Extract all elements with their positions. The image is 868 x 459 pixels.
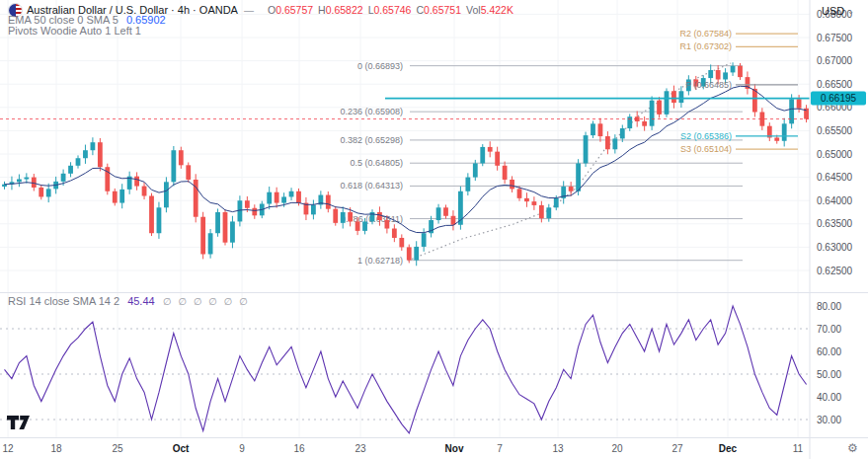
low-value: 0.65746 [374,4,412,16]
candle-body [569,187,574,191]
candle-body [68,166,73,174]
rsi-axis-label: 50.00 [817,369,841,380]
time-axis-label: 9 [239,443,245,454]
candle-body [782,123,787,140]
time-axis-label: 23 [355,443,366,454]
candle-body [443,207,448,215]
candle-body [495,152,500,166]
price-axis-label: 0.67000 [817,55,853,66]
candle-body [554,198,559,207]
candle-body [576,163,581,191]
candle-body [252,208,257,216]
time-axis-label: 7 [497,443,503,454]
volume-value: 5.422K [481,4,513,16]
candle-body [17,179,22,182]
candle-body [157,207,162,233]
candle-body [436,207,441,220]
candle-body [480,147,485,164]
rsi-axis-label: 80.00 [817,301,841,312]
candle-body [267,192,272,204]
candle-body [281,196,286,202]
candle-body [598,123,603,136]
time-axis-label: Dec [719,443,738,454]
candle-body [650,101,655,126]
rsi-axis-label: 70.00 [817,324,841,335]
candle-body [517,189,522,197]
candle-body [546,207,551,218]
price-axis-label: 0.63500 [817,218,853,229]
price-axis-label: 0.64000 [817,195,853,206]
time-axis-label: 11 [793,443,804,454]
candle-body [627,116,632,128]
candle-body [605,136,610,149]
candle-body [591,123,595,135]
candle-body [83,150,88,158]
rsi-line[interactable] [5,306,807,433]
currency-selector[interactable]: USD ⌄ [822,5,854,17]
candle-body [333,209,338,223]
candle-body [76,158,81,166]
ohlc-values: O0.65757 H0.65822 L0.65746 C0.65751 Vol5… [268,5,513,16]
candle-body [584,135,589,163]
candle-body [223,212,228,243]
candle-body [142,187,147,196]
candle-body [32,178,37,188]
time-axis-label: Nov [445,443,464,454]
candle-body [789,99,794,123]
candle-body [311,204,316,214]
high-label: H [318,4,326,16]
candle-body [797,99,802,108]
candle-body [46,189,51,196]
rsi-legend-label: RSI 14 close SMA 14 2 [8,296,119,307]
ema-line[interactable] [5,86,807,232]
candle-body [91,142,96,150]
pivot-level-label: P (0.66485) [685,80,732,90]
candle-body [348,212,353,221]
candle-body [422,233,427,247]
pivot-level-label: S3 (0.65104) [680,144,732,154]
pivot-level-label: R2 (0.67584) [679,29,732,38]
legend-collapse-icon[interactable]: — [244,5,254,16]
close-value: 0.65751 [424,4,461,16]
time-axis-label: 20 [611,443,623,454]
candle-body [679,91,684,103]
pivots-legend[interactable]: Pivots Woodie Auto 1 Left 1 [8,26,141,37]
candle-body [208,233,213,254]
open-value: 0.65757 [276,4,313,16]
chart-canvas[interactable]: 0 (0.66893)0.236 (0.65908)0.382 (0.65298… [0,0,868,459]
candle-body [326,195,331,209]
rsi-legend[interactable]: RSI 14 close SMA 14 2 45.44 ∅ ∅ ∅ ∅ ∅ ∅ [8,296,250,307]
settings-gear-icon[interactable]: ⚙ [847,441,858,455]
candle-body [275,192,279,203]
price-axis-label: 0.66500 [817,79,853,90]
candle-body [774,137,779,140]
candle-body [385,220,390,228]
current-price-label-text: 0.66195 [821,93,857,104]
candle-body [355,221,360,230]
time-axis-label: 18 [50,443,62,454]
candle-body [61,174,66,182]
candle-body [362,221,367,230]
candle-body [200,217,205,255]
fib-level-label: 0.236 (0.65908) [340,107,403,116]
tradingview-logo[interactable] [7,416,31,434]
candle-body [98,142,103,167]
chevron-down-icon: ⌄ [847,7,854,16]
candle-body [532,201,537,205]
candle-body [119,190,124,203]
candle-body [134,177,139,187]
candle-body [642,121,647,126]
candle-body [414,247,419,261]
candle-body [399,238,404,247]
close-label: C [416,4,424,16]
candle-body [451,216,456,225]
candle-body [524,198,529,201]
time-axis-label: Oct [173,443,190,454]
time-axis-label: 25 [112,443,123,454]
candle-body [510,180,514,189]
fib-level-label: 0.382 (0.65298) [340,135,403,145]
candle-body [238,200,243,221]
candle-body [164,182,169,207]
time-axis-label: 12 [2,443,14,454]
candle-body [24,178,29,180]
